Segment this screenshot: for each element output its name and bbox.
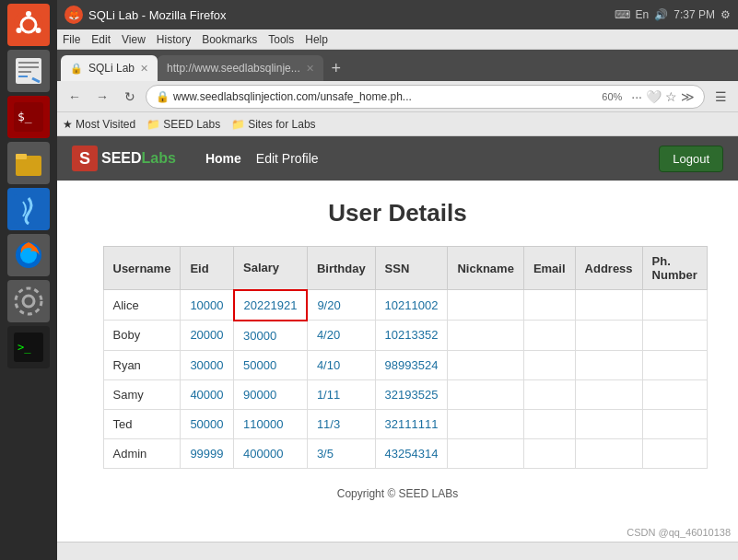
svg-rect-8 — [18, 71, 31, 73]
menu-view[interactable]: View — [122, 33, 146, 46]
tab-sqli-lab[interactable]: 🔒 SQLi Lab ✕ — [61, 55, 158, 81]
menu-tools[interactable]: Tools — [268, 33, 294, 46]
svg-point-19 — [16, 288, 41, 314]
cell-ssn: 10211002 — [375, 290, 448, 321]
col-eid: Eid — [181, 247, 234, 290]
url-text: www.seedlabsqlinjection.com/unsafe_home.… — [173, 90, 598, 103]
nav-edit-profile[interactable]: Edit Profile — [256, 151, 319, 166]
wireshark-icon[interactable] — [7, 188, 50, 230]
table-row: Admin 99999 400000 3/5 43254314 — [103, 438, 707, 468]
cell-phone — [642, 321, 707, 351]
system-tray: ⌨ En 🔊 7:37 PM ⚙ — [615, 8, 731, 21]
bookmarks-bar: ★ Most Visited 📁 SEED Labs 📁 Sites for L… — [57, 112, 738, 136]
cell-ssn: 32193525 — [375, 379, 448, 409]
url-action-icons: ··· 🤍 ☆ ≫ — [631, 89, 695, 104]
bookmark-seed-labs[interactable]: 📁 SEED Labs — [146, 118, 220, 131]
terminal-red-icon[interactable]: $_ — [7, 96, 50, 138]
forward-button[interactable]: → — [90, 85, 114, 109]
nav-home[interactable]: Home — [205, 151, 241, 166]
cell-salary: 50000 — [234, 350, 308, 379]
settings-icon[interactable] — [7, 280, 50, 322]
cell-salary: 90000 — [234, 379, 308, 409]
cell-nickname — [448, 290, 523, 321]
cell-ssn: 43254314 — [375, 438, 448, 468]
menu-edit[interactable]: Edit — [91, 33, 111, 46]
cell-username: Ted — [103, 409, 181, 438]
svg-rect-9 — [18, 76, 28, 77]
tab-close-2[interactable]: ✕ — [306, 63, 314, 75]
cell-phone — [642, 409, 707, 438]
cell-ssn: 32111111 — [375, 409, 448, 438]
svg-text:$_: $_ — [18, 110, 32, 123]
reload-button[interactable]: ↻ — [118, 85, 142, 109]
tab-label-2: http://www.seedlabsqlinje... — [167, 62, 300, 75]
firefox-icon[interactable] — [7, 234, 50, 276]
tab-label-1: SQLi Lab — [88, 62, 135, 75]
cell-email — [523, 321, 575, 351]
user-details-table: Username Eid Salary Birthday SSN Nicknam… — [103, 246, 708, 469]
svg-point-2 — [26, 11, 31, 17]
svg-point-3 — [36, 28, 41, 33]
bookmark-sites-for-labs[interactable]: 📁 Sites for Labs — [231, 118, 315, 131]
cell-phone — [642, 350, 707, 379]
cell-email — [523, 438, 575, 468]
cell-username: Admin — [103, 438, 181, 468]
firefox-title-icon: 🦊 — [64, 6, 83, 24]
svg-point-4 — [17, 28, 22, 33]
url-box[interactable]: 🔒 www.seedlabsqlinjection.com/unsafe_hom… — [146, 85, 705, 109]
cell-eid: 99999 — [181, 438, 234, 468]
cell-nickname — [448, 350, 523, 379]
bookmark-heart-icon[interactable]: 🤍 — [646, 89, 662, 104]
cell-username: Samy — [103, 379, 181, 409]
cell-eid: 30000 — [181, 350, 234, 379]
table-row: Boby 20000 30000 4/20 10213352 — [103, 321, 707, 351]
star-icon: ★ — [63, 118, 73, 131]
cell-salary: 400000 — [234, 438, 308, 468]
lock-icon: 🔒 — [156, 90, 170, 103]
terminal-black-icon[interactable]: >_ — [7, 326, 50, 368]
svg-point-18 — [23, 296, 34, 307]
text-editor-icon[interactable] — [7, 50, 50, 92]
col-username: Username — [103, 247, 181, 290]
tab-bar: 🔒 SQLi Lab ✕ http://www.seedlabsqlinje..… — [57, 50, 738, 81]
ubuntu-icon[interactable] — [7, 4, 50, 46]
back-button[interactable]: ← — [63, 85, 87, 109]
tab-close-1[interactable]: ✕ — [140, 63, 148, 75]
browser-title: SQLi Lab - Mozilla Firefox — [88, 8, 603, 22]
hamburger-menu[interactable]: ☰ — [709, 85, 732, 109]
logo-text: SEEDLabs — [101, 150, 176, 167]
cell-username: Boby — [103, 321, 181, 351]
table-row: Samy 40000 90000 1/11 32193525 — [103, 379, 707, 409]
more-options-icon[interactable]: ··· — [631, 89, 642, 104]
menu-bookmarks[interactable]: Bookmarks — [202, 33, 257, 46]
menu-history[interactable]: History — [157, 33, 191, 46]
lang-indicator: En — [636, 8, 650, 21]
cell-birthday: 4/20 — [307, 321, 375, 351]
browser-window: 🦊 SQLi Lab - Mozilla Firefox ⌨ En 🔊 7:37… — [57, 0, 738, 560]
bookmark-most-visited[interactable]: ★ Most Visited — [63, 118, 135, 131]
tab-seedlabs-2[interactable]: http://www.seedlabsqlinje... ✕ — [158, 55, 323, 81]
folder-icon-seed: 📁 — [146, 118, 160, 131]
cell-email — [523, 379, 575, 409]
menu-help[interactable]: Help — [305, 33, 328, 46]
new-tab-button[interactable]: + — [323, 55, 349, 81]
menu-file[interactable]: File — [63, 33, 80, 46]
cell-address — [575, 290, 642, 321]
cell-phone — [642, 438, 707, 468]
cell-username: Ryan — [103, 350, 181, 379]
cell-eid: 10000 — [181, 290, 234, 321]
time-display: 7:37 PM — [674, 8, 715, 21]
cell-email — [523, 290, 575, 321]
logout-button[interactable]: Logout — [659, 146, 723, 172]
page-footer: Copyright © SEED LABs — [103, 478, 693, 509]
cell-birthday: 9/20 — [307, 290, 375, 321]
files-icon[interactable] — [7, 142, 50, 184]
cell-phone — [642, 290, 707, 321]
cell-email — [523, 350, 575, 379]
col-nickname: Nickname — [448, 247, 523, 290]
svg-rect-6 — [18, 62, 39, 64]
cell-email — [523, 409, 575, 438]
main-content: User Details Username Eid Salary Birthda… — [76, 181, 720, 528]
reader-mode-icon[interactable]: ≫ — [681, 89, 695, 104]
bookmark-star-icon[interactable]: ☆ — [665, 89, 677, 104]
